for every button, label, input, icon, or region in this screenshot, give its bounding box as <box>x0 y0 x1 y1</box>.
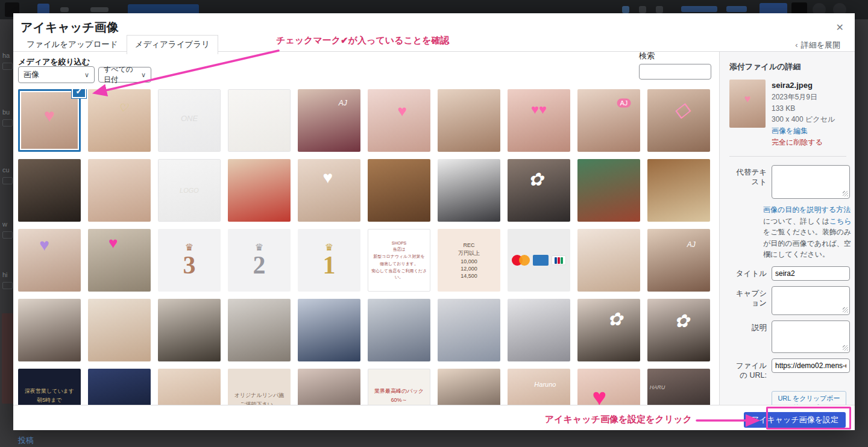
expand-details-link[interactable]: ‹詳細を展開 <box>795 40 840 51</box>
media-tile[interactable]: ♥♥ <box>508 89 570 152</box>
media-type-select[interactable]: 画像 ∨ <box>18 66 95 83</box>
media-tile[interactable] <box>88 369 151 405</box>
tile-text-line: REC <box>463 242 474 248</box>
resize-grip-icon[interactable] <box>843 191 848 196</box>
media-tile[interactable] <box>228 299 291 361</box>
photo-placeholder <box>18 299 81 361</box>
media-tile[interactable]: 深夜営業しています朝5時まで割 ¥2,000 <box>18 369 81 405</box>
tab-media-library[interactable]: メディアライブラリ <box>127 35 218 54</box>
heart-mask-icon: ♥ <box>744 93 751 104</box>
media-tile[interactable]: ♥ <box>298 159 360 222</box>
media-tile[interactable]: LOGO <box>158 159 221 222</box>
media-tile[interactable] <box>438 369 500 405</box>
media-tile[interactable]: ♛3 <box>158 229 221 292</box>
media-tile[interactable]: AJ <box>647 229 710 292</box>
media-tile[interactable] <box>18 159 81 222</box>
tile-overlay-icon: ♥ <box>593 385 607 405</box>
resize-grip-icon[interactable] <box>843 307 848 313</box>
media-tile[interactable] <box>298 299 360 361</box>
media-tile[interactable] <box>577 229 640 292</box>
media-tile[interactable]: ✿ <box>577 299 640 361</box>
media-tile[interactable]: REC万円以上10,00012,00014,500 <box>438 229 500 292</box>
media-tile[interactable] <box>368 299 430 361</box>
tile-overlay-icon: HARU <box>650 385 665 390</box>
media-tile[interactable]: ONE <box>158 89 221 152</box>
search-input[interactable] <box>639 64 711 80</box>
media-tile[interactable]: 業界最高峰のバック60%～夜から出勤可能 <box>368 369 430 405</box>
title-field[interactable] <box>772 266 850 281</box>
delete-permanently-link[interactable]: 完全に削除する <box>772 137 835 148</box>
photo-placeholder <box>577 369 640 405</box>
media-tile[interactable]: オリジナルリンパ施ご堪能下さい。 <box>228 369 291 405</box>
media-tile[interactable] <box>508 229 570 292</box>
media-tile[interactable]: ♛1 <box>298 229 360 292</box>
media-tile[interactable]: ♡ <box>88 89 151 152</box>
tile-text-line: 新型コロナウィルス対策を <box>373 254 424 260</box>
media-tabs: ファイルをアップロード メディアライブラリ <box>18 35 218 54</box>
photo-placeholder <box>298 299 360 361</box>
media-tile[interactable] <box>438 299 500 361</box>
media-tile[interactable]: ♥ <box>88 229 151 292</box>
media-tile[interactable] <box>88 299 151 361</box>
media-tile[interactable] <box>88 159 151 222</box>
media-tile[interactable] <box>158 299 221 361</box>
media-tile[interactable]: ◇ <box>647 89 710 152</box>
chevron-down-icon: ∨ <box>84 71 89 79</box>
media-tile[interactable]: ♥ <box>577 369 640 405</box>
photo-placeholder <box>88 89 151 152</box>
alt-help-link[interactable]: 画像の目的を説明する方法 <box>763 205 851 214</box>
caption-field[interactable] <box>772 286 850 315</box>
media-tile[interactable]: ♛2 <box>228 229 291 292</box>
photo-placeholder <box>577 229 640 292</box>
background-image-edge <box>2 313 13 404</box>
media-tile[interactable]: ♥ <box>368 89 430 152</box>
tile-text-line: SHOPS <box>392 241 407 245</box>
alt-help-tail: をご覧ください。装飾のみが目的の画像であれば、空欄にしてください。 <box>763 228 851 258</box>
media-tile[interactable]: ご新規様割引 <box>298 369 360 405</box>
media-tile[interactable]: ✿ <box>508 159 570 222</box>
alt-text-field[interactable] <box>772 165 850 199</box>
edit-icon <box>60 7 69 12</box>
media-tile[interactable] <box>577 159 640 222</box>
media-tile[interactable] <box>647 159 710 222</box>
tile-overlay-icon: ♡ <box>118 102 128 113</box>
media-tile[interactable] <box>158 369 221 405</box>
media-tile[interactable]: AJ <box>298 89 360 152</box>
media-tile[interactable]: ♥ <box>18 229 81 292</box>
modal-footer: アイキャッチ画像を設定 <box>13 405 855 430</box>
media-tile[interactable] <box>438 89 500 152</box>
media-tile[interactable] <box>228 159 291 222</box>
photo-placeholder <box>508 159 570 222</box>
resize-grip-icon[interactable] <box>843 345 848 351</box>
photo-placeholder <box>298 369 360 405</box>
media-tile[interactable]: ✿ <box>647 299 710 361</box>
sidebar-heading: 添付ファイルの詳細 <box>729 61 846 72</box>
media-tile[interactable] <box>438 159 500 222</box>
admin-bar-icon <box>639 6 646 13</box>
media-tile[interactable]: SHOPS当店は新型コロナウィルス対策を徹底しております。安心して当店をご利用く… <box>368 229 430 292</box>
tile-overlay-icon: AJ <box>617 98 631 107</box>
description-label: 説明 <box>729 320 767 353</box>
media-tile[interactable]: ♥✓ <box>18 89 81 152</box>
media-tile[interactable]: HARU <box>647 369 710 405</box>
tile-text-line: オリジナルリンパ施 <box>234 392 285 399</box>
set-featured-image-button[interactable]: アイキャッチ画像を設定 <box>744 412 846 428</box>
photo-placeholder <box>508 299 570 361</box>
file-url-field[interactable] <box>772 358 850 373</box>
description-field[interactable] <box>772 320 850 353</box>
media-tile[interactable]: Haruno <box>508 369 570 405</box>
edit-image-link[interactable]: 画像を編集 <box>772 125 835 137</box>
date-filter-select[interactable]: すべての日付 ∨ <box>98 67 151 83</box>
attachment-details-sidebar: 添付ファイルの詳細 ♥ seira2.jpeg 2023年5月9日 133 KB… <box>719 52 855 405</box>
media-tile[interactable] <box>228 89 291 152</box>
tab-upload-files[interactable]: ファイルをアップロード <box>18 35 127 54</box>
selected-check-icon[interactable]: ✓ <box>72 89 86 98</box>
close-icon[interactable]: ✕ <box>836 22 844 33</box>
copy-url-button[interactable]: URL をクリップボードにコピー <box>772 391 846 405</box>
media-tile[interactable] <box>18 299 81 361</box>
media-tile[interactable]: AJ <box>577 89 640 152</box>
sidebar-divider <box>729 156 846 157</box>
media-tile[interactable] <box>508 299 570 361</box>
alt-help-here-link[interactable]: こちら <box>829 217 852 225</box>
media-tile[interactable] <box>368 159 430 222</box>
